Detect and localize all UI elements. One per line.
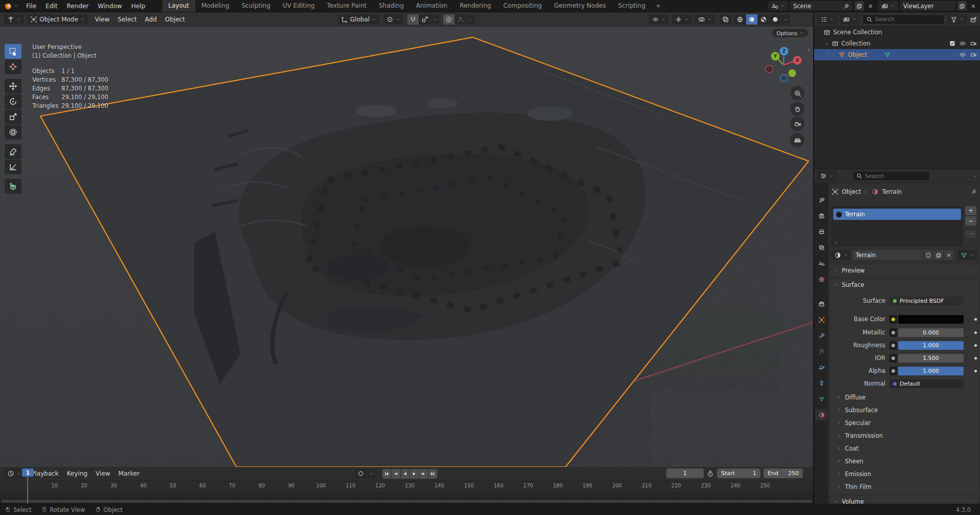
- remove-slot-button[interactable]: −: [965, 216, 976, 226]
- next-keyframe-button[interactable]: [419, 469, 428, 479]
- surface-shader-field[interactable]: Principled BSDF: [889, 297, 964, 305]
- workspace-tab[interactable]: Modeling: [195, 0, 236, 12]
- material-slot-list[interactable]: Terrain ⋮⋮: [831, 206, 963, 247]
- tool-button[interactable]: [5, 59, 21, 74]
- editor-divider[interactable]: [813, 12, 814, 504]
- perspective-toggle-button[interactable]: [790, 133, 804, 147]
- timeline-ruler[interactable]: 1020304050607080901001101201301401501601…: [0, 481, 813, 492]
- snap-toggle[interactable]: [407, 14, 419, 25]
- jump-to-end-button[interactable]: [428, 469, 437, 479]
- volume-panel-header[interactable]: Volume ⋮⋮: [830, 496, 978, 504]
- metallic-socket[interactable]: [889, 328, 897, 337]
- material-slot-selected[interactable]: Terrain: [833, 209, 961, 220]
- breadcrumb-object[interactable]: Object: [842, 188, 861, 195]
- timeline-menu-item[interactable]: Keying: [63, 470, 92, 477]
- play-reverse-button[interactable]: [401, 469, 409, 479]
- viewport-3d[interactable]: User Perspective (1) Collection | Object…: [0, 27, 813, 467]
- outliner-search[interactable]: [862, 14, 945, 25]
- workspace-tab[interactable]: Layout: [162, 0, 195, 12]
- surface-subsection-header[interactable]: Thin Film: [830, 480, 978, 493]
- outliner-row-object[interactable]: | Object: [814, 49, 980, 60]
- camera-view-button[interactable]: [790, 117, 804, 131]
- viewport-menu-item[interactable]: View: [91, 16, 114, 23]
- timeline-scrollbar-handle[interactable]: [1, 500, 812, 503]
- scene-unlink-button[interactable]: [866, 1, 875, 11]
- properties-search-input[interactable]: [865, 173, 926, 180]
- workspace-tab[interactable]: Geometry Nodes: [548, 0, 612, 12]
- tool-button[interactable]: [5, 144, 21, 159]
- surface-subsection-header[interactable]: Diffuse: [830, 391, 978, 404]
- surface-subsection-header[interactable]: Coat: [830, 442, 978, 455]
- pin-icon[interactable]: [971, 189, 977, 195]
- roughness-keyframe-dot[interactable]: [974, 344, 977, 347]
- ior-slider[interactable]: 1.500: [898, 354, 964, 363]
- tool-button[interactable]: [5, 160, 21, 174]
- eye-icon[interactable]: [959, 40, 966, 47]
- surface-panel-header[interactable]: Surface ⋮⋮: [830, 279, 978, 290]
- fake-user-button[interactable]: [924, 250, 933, 260]
- material-name-field[interactable]: Terrain: [852, 250, 923, 260]
- shading-options-dropdown[interactable]: [781, 14, 790, 25]
- camera-restrict-icon[interactable]: [970, 51, 977, 58]
- breadcrumb-material[interactable]: Terrain: [882, 188, 902, 195]
- tool-button[interactable]: [5, 125, 21, 140]
- auto-keying-toggle[interactable]: [355, 468, 366, 479]
- outliner-row-scene-collection[interactable]: Scene Collection: [814, 27, 980, 38]
- keying-dropdown[interactable]: [367, 468, 375, 479]
- viewport-menu-item[interactable]: Add: [141, 16, 161, 23]
- properties-tab[interactable]: [815, 298, 827, 309]
- workspace-tab[interactable]: Sculpting: [235, 0, 276, 12]
- surface-subsection-header[interactable]: Transmission: [830, 429, 978, 442]
- browse-material-button[interactable]: [831, 250, 851, 260]
- alpha-socket[interactable]: [889, 367, 897, 375]
- pivot-point-selector[interactable]: [383, 14, 403, 25]
- properties-tab[interactable]: [815, 274, 827, 285]
- shading-solid-button[interactable]: [746, 14, 757, 25]
- ior-keyframe-dot[interactable]: [974, 357, 977, 360]
- viewport-menu-item[interactable]: Object: [161, 16, 189, 23]
- overlays-dropdown[interactable]: [695, 14, 715, 25]
- axis-negative-x[interactable]: [766, 65, 773, 73]
- end-frame-field[interactable]: End 250: [764, 468, 803, 478]
- properties-tab[interactable]: [815, 242, 827, 253]
- editor-type-selector[interactable]: [4, 14, 24, 25]
- blender-menu-button[interactable]: [0, 0, 21, 12]
- material-filter-dropdown[interactable]: [957, 250, 977, 260]
- roughness-slider[interactable]: 1.000: [898, 341, 964, 350]
- jump-to-start-button[interactable]: [382, 469, 391, 479]
- workspace-tab[interactable]: UV Editing: [276, 0, 321, 12]
- playhead-line[interactable]: [27, 477, 28, 504]
- properties-tab[interactable]: [815, 258, 827, 269]
- outliner-display-mode-selector[interactable]: [840, 14, 860, 25]
- viewlayer-copy-button[interactable]: [957, 1, 967, 11]
- viewlayer-browse-button[interactable]: [878, 1, 898, 11]
- properties-search[interactable]: [852, 171, 930, 181]
- surface-subsection-header[interactable]: Subsurface: [830, 404, 978, 416]
- timeline-menu-item[interactable]: View: [92, 470, 114, 477]
- menu-item[interactable]: Help: [126, 0, 149, 12]
- zoom-view-button[interactable]: [790, 86, 804, 100]
- current-frame-field[interactable]: 1: [666, 468, 704, 478]
- timeline-track-area[interactable]: [0, 492, 813, 499]
- gizmos-dropdown[interactable]: [672, 14, 692, 25]
- options-button[interactable]: Options: [772, 29, 808, 37]
- workspace-tab[interactable]: Compositing: [497, 0, 548, 12]
- properties-tab[interactable]: [815, 362, 827, 373]
- current-frame-indicator[interactable]: 1: [22, 468, 34, 477]
- outliner-editor-type-selector[interactable]: [817, 14, 837, 25]
- tool-button[interactable]: [5, 79, 21, 94]
- metallic-keyframe-dot[interactable]: [974, 331, 977, 334]
- mode-selector[interactable]: Object Mode: [27, 14, 88, 25]
- tool-button[interactable]: [5, 94, 21, 109]
- properties-tab[interactable]: [815, 377, 827, 389]
- object-visibility-dropdown[interactable]: [649, 14, 669, 25]
- tool-button[interactable]: [5, 179, 21, 194]
- add-workspace-button[interactable]: +: [651, 0, 665, 12]
- menu-item[interactable]: Window: [93, 0, 126, 12]
- properties-tab[interactable]: [815, 393, 827, 405]
- navigation-gizmo[interactable]: Y X Z: [765, 44, 810, 89]
- scene-browse-button[interactable]: [768, 1, 788, 11]
- base-color-socket[interactable]: [889, 315, 897, 324]
- camera-restrict-icon[interactable]: [970, 40, 977, 47]
- menu-item[interactable]: Edit: [41, 0, 62, 12]
